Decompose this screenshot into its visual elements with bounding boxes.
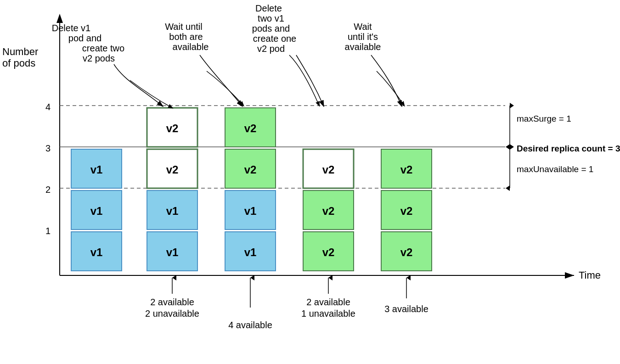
col4-pod2-label: v2 xyxy=(322,205,335,217)
col1-pod1-label: v1 xyxy=(90,246,103,258)
col1-pod2-label: v1 xyxy=(90,205,103,217)
y-label-4: 4 xyxy=(45,102,51,112)
max-unavailable-label: maxUnavailable = 1 xyxy=(517,164,593,174)
col4-pod1-label: v2 xyxy=(322,246,335,258)
col4-pod3-label: v2 xyxy=(322,163,335,176)
step4-annotation-line2: until it's xyxy=(348,32,378,42)
y-axis-title-line2: of pods xyxy=(2,57,35,69)
step1-annotation-line1: Delete v1 xyxy=(52,23,91,33)
bottom-label-t4: 3 available xyxy=(384,304,428,314)
step1-annotation-line3: create two xyxy=(82,43,124,53)
step4-annotation-line1: Wait xyxy=(354,22,372,32)
bottom-label-t1-line2: 2 unavailable xyxy=(145,308,199,319)
bottom-label-t3-line2: 1 unavailable xyxy=(301,308,355,319)
step2-annotation-line3: available xyxy=(173,42,209,52)
col2-pod3-label: v2 xyxy=(166,163,179,176)
step3-annotation-line2: two v1 xyxy=(258,13,284,23)
desired-replica-label: Desired replica count = 3 xyxy=(517,144,620,153)
col3-pod2-label: v1 xyxy=(244,205,257,217)
y-axis-title-line1: Number xyxy=(2,46,38,57)
step3-annotation-line1: Delete xyxy=(255,3,282,13)
col3-pod4-label: v2 xyxy=(244,122,257,134)
col1-pod3-label: v1 xyxy=(90,163,103,176)
step1-annotation-line2: pod and xyxy=(68,33,101,43)
step2-annotation-line2: both are xyxy=(169,32,203,42)
step3-annotation-line4: create one xyxy=(253,34,297,44)
bottom-label-t1-line1: 2 available xyxy=(150,297,194,307)
step3-annotation-line5: v2 pod xyxy=(257,44,285,54)
step1-annotation-line4: v2 pods xyxy=(83,53,115,63)
step4-annotation-line3: available xyxy=(345,42,381,52)
step3-annotation-line3: pods and xyxy=(252,23,290,34)
bottom-label-t3-line1: 2 available xyxy=(306,297,350,307)
y-label-2: 2 xyxy=(45,185,51,195)
max-surge-label: maxSurge = 1 xyxy=(517,114,571,123)
col2-pod2-label: v1 xyxy=(166,205,179,217)
diagram-container: Number of pods 1 2 3 4 Time v1 v1 v1 v2 … xyxy=(0,0,620,364)
y-label-1: 1 xyxy=(45,226,51,236)
col5-pod3-label: v2 xyxy=(400,163,413,176)
x-axis-label: Time xyxy=(579,269,601,281)
bottom-label-t2: 4 available xyxy=(228,320,272,330)
col5-pod2-label: v2 xyxy=(400,205,413,217)
step2-annotation-line1: Wait until xyxy=(165,22,203,32)
y-label-3: 3 xyxy=(45,143,51,153)
col5-pod1-label: v2 xyxy=(400,246,413,258)
col3-pod3-label: v2 xyxy=(244,163,257,176)
col2-pod4-label: v2 xyxy=(166,122,179,134)
col2-pod1-label: v1 xyxy=(166,246,179,258)
col3-pod1-label: v1 xyxy=(244,246,257,258)
